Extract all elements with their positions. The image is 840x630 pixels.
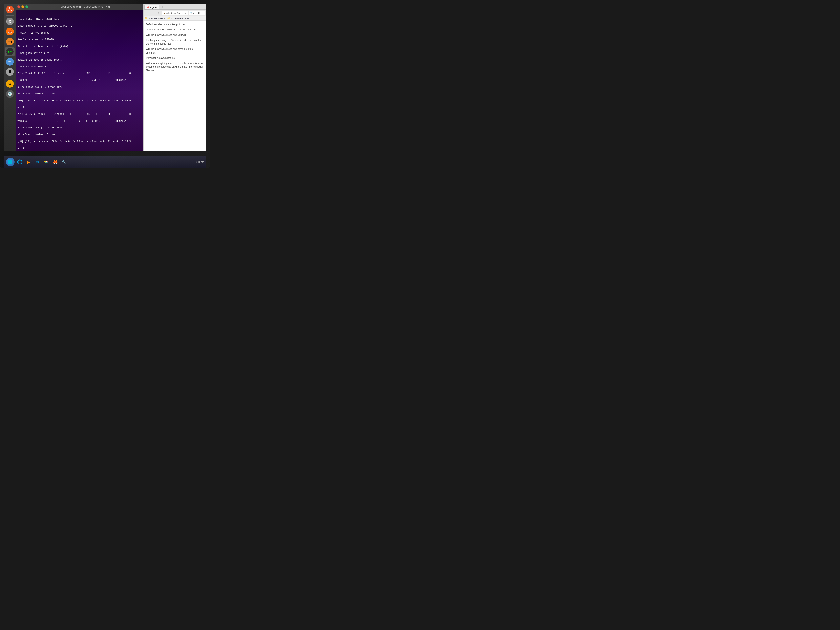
taskbar-hp-button[interactable]: hp [33,158,41,166]
firefox-icon: 🦊 [6,28,14,35]
sidebar-item-texteditor[interactable]: ✏ [5,57,14,66]
term-line-6: Tuner gain set to Auto. [17,52,142,55]
terminal-titlebar: ubuntu@ubuntu: ~/Downloads/rtl_433 [16,4,144,10]
windows-logo-icon [8,160,13,164]
sidebar-item-files[interactable]: 🗃 [5,37,14,46]
sidebar-item-settings[interactable]: ▶ ⚙ [5,17,14,26]
term-line-15: 2017-09-26 09:41:08 : Citroen : TPMS : 1… [17,113,142,116]
search-icon: 🔍 [190,12,193,14]
term-line-8: Tuned to 433920000 Hz. [17,65,142,69]
browser-bookmarks: 📁 SDR Hardware ▼ 📁 Around the Internet ▼ [144,16,206,21]
browser-tabs: 🐙 rtl_433 + [144,4,206,10]
bookmark-sdr-hardware[interactable]: 📁 SDR Hardware ▼ [145,17,166,20]
taskbar-start-button[interactable] [6,158,14,166]
dvd-icon: 💿 [6,90,14,98]
browser-tab-active[interactable]: 🐙 rtl_433 [144,5,159,9]
network-icon: 🔧 [62,159,66,164]
browser-para-2: Typical usage: Enable device decode (ppm… [146,28,204,32]
svg-rect-4 [8,160,10,162]
term-line-5: Bit detection level set to 0 (Auto). [17,45,142,48]
address-bar[interactable]: 🔒 github.com/merb C [162,11,188,15]
sidebar-item-dvd[interactable]: 💿 [5,89,14,98]
sidebar-arrow-apps: ▶ [6,83,7,85]
sidebar-arrow-settings: ▶ [6,21,7,23]
browser-para-1: Default receive mode, attempt to deco [146,23,204,26]
address-lock-icon: 🔒 [163,12,166,14]
chrome-icon [44,159,49,164]
address-refresh-icon[interactable]: C [185,12,186,14]
term-line-13: [00] {199} aa aa aa a9 a9 a5 6a 55 65 6a… [17,99,142,103]
term-line-17: pulse_demod_pcm(): Citroen TPMS [17,126,142,129]
sidebar-divider-top [6,15,14,16]
ubuntu-logo-icon [6,6,14,13]
sidebar-item-calculator[interactable]: 🖩 [5,67,14,77]
terminal-window: ubuntu@ubuntu: ~/Downloads/rtl_433 Found… [16,4,144,152]
terminal-title: ubuntu@ubuntu: ~/Downloads/rtl_433 [30,5,142,8]
sidebar-item-ubuntu[interactable] [5,5,14,14]
browser-para-7: Will save everything received from the s… [146,62,204,72]
terminal-minimize-button[interactable] [21,5,24,8]
term-line-18: bitbuffer:: Number of rows: 1 [17,133,142,136]
monitor-frame: ▶ ⚙ 🦊 🗃 ▶ $> ✏ 🖩 [0,0,210,167]
svg-rect-5 [11,160,12,162]
sidebar: ▶ ⚙ 🦊 🗃 ▶ $> ✏ 🖩 [4,4,16,152]
browser-para-4: Enable pulse analyzer. Summarizes th use… [146,38,204,46]
browser-para-3: Will run in analyze mode and you will [146,33,204,37]
taskbar-ie-button[interactable]: 🌐 [16,158,24,166]
term-line-14: 55 80 [17,106,142,109]
sidebar-item-terminal[interactable]: ▶ $> [5,47,14,56]
svg-rect-6 [8,162,10,164]
term-line-10: fb89002 : 0 : 2 : b54b16 : CHECKSUM [17,79,142,82]
bookmark-sdr-label: SDR Hardware [148,17,163,20]
taskbar-media-button[interactable]: ▶ [25,158,32,166]
term-line-2: Exact sample rate is: 250000.000414 Hz [17,24,142,28]
term-line-3: [R82XX] PLL not locked! [17,31,142,35]
bookmark-sdr-arrow: ▼ [164,17,166,19]
browser-para-5: Will run in analyze mode and save a uint… [146,47,204,55]
browser-search-bar[interactable]: 🔍 rtl_433 [189,11,205,15]
browser-forward-button[interactable]: → [150,11,155,15]
tab-label: rtl_433 [150,6,157,9]
term-line-20: 59 80 [17,147,142,150]
files-icon: 🗃 [6,38,14,46]
term-line-4: Sample rate set to 250000. [17,38,142,41]
sidebar-arrow-terminal: ▶ [6,51,7,53]
sidebar-item-firefox[interactable]: 🦊 [5,27,14,36]
browser-toolbar: ← → ↻ 🔒 github.com/merb C 🔍 rtl_433 [144,10,206,16]
svg-point-1 [9,8,11,8]
media-player-icon: ▶ [27,159,30,164]
text-editor-icon: ✏ [6,58,14,66]
address-text: github.com/merb [166,12,184,14]
terminal-content[interactable]: Found Rafael Micro R820T tuner Exact sam… [16,10,144,152]
browser-para-6: Play back a saved data file. [146,56,204,60]
term-line-12: bitbuffer:: Number of rows: 1 [17,92,142,96]
ie-icon: 🌐 [17,159,22,164]
browser-refresh-button[interactable]: ↻ [156,11,161,15]
bookmark-around-internet[interactable]: 📁 Around the Internet ▼ [167,17,192,20]
browser-back-button[interactable]: ← [145,11,150,15]
browser-panel: 🐙 rtl_433 + ← → ↻ 🔒 github.com/merb C 🔍 … [144,4,206,152]
screen: ▶ ⚙ 🦊 🗃 ▶ $> ✏ 🖩 [4,4,206,152]
bookmark-internet-label: Around the Internet [171,17,189,20]
taskbar-firefox-button[interactable]: 🦊 [51,158,59,166]
hp-icon: hp [36,160,39,164]
browser-content: Default receive mode, attempt to deco Ty… [144,21,206,152]
taskbar-clock: 9:41 AM [196,161,204,163]
svg-rect-7 [11,162,12,164]
terminal-maximize-button[interactable] [25,5,28,8]
term-line-1: Found Rafael Micro R820T tuner [17,18,142,21]
terminal-close-button[interactable] [17,5,20,8]
bookmark-sdr-icon: 📁 [145,17,148,20]
tab-favicon: 🐙 [147,6,149,9]
bookmark-internet-icon: 📁 [167,17,170,20]
taskbar-time: 9:41 AM [196,161,204,163]
calculator-icon: 🖩 [6,68,14,76]
taskbar-chrome-button[interactable] [43,158,50,166]
sidebar-item-apps[interactable]: ▶ ⚙ [5,79,14,88]
term-line-16: fb89002 : 0 : 0 : b54b16 : CHECKSUM [17,120,142,123]
taskbar-network-button[interactable]: 🔧 [60,158,68,166]
new-tab-button[interactable]: + [160,5,164,9]
term-line-7: Reading samples in async mode... [17,58,142,62]
term-line-9: 2017-09-26 09:41:07 : Citroen : TPMS : 1… [17,72,142,75]
taskbar: 🌐 ▶ hp 🦊 🔧 9:41 AM [4,156,206,167]
